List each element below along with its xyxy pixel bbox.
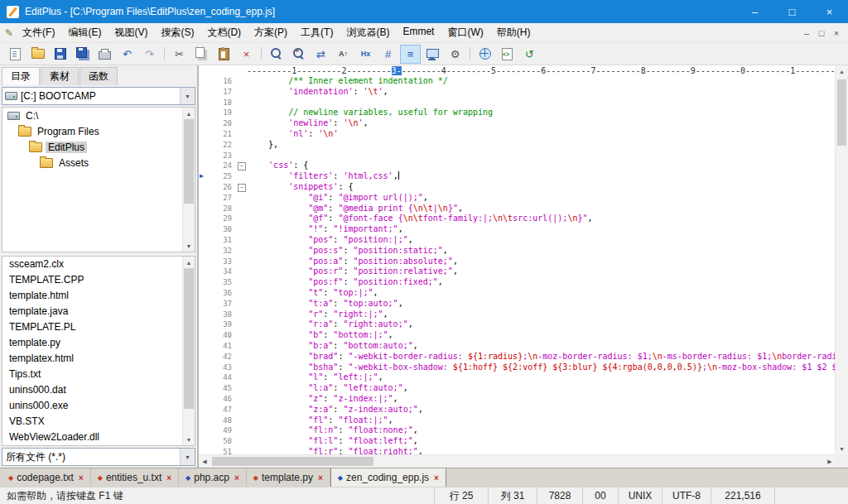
scroll-up-button[interactable]: ▲: [836, 65, 848, 78]
new-file-button[interactable]: [5, 45, 26, 64]
file-item[interactable]: zen_coding_epp.js: [2, 445, 195, 446]
menu-item-browser[interactable]: 浏览器(B): [340, 23, 396, 42]
close-button[interactable]: ×: [811, 0, 848, 23]
code-line[interactable]: 28 "@m": "@media print {\n\t|\n}",: [199, 204, 836, 214]
view-in-browser-button[interactable]: [497, 45, 518, 64]
line-numbers-button[interactable]: #: [378, 45, 398, 64]
code-line[interactable]: 24- 'css': {: [199, 161, 836, 171]
file-filter-select[interactable]: 所有文件 (*.*) ▼: [2, 448, 195, 466]
chevron-down-icon[interactable]: ▼: [180, 88, 195, 104]
doc-tab-codepage-txt[interactable]: ◆codepage.txt×: [2, 468, 91, 487]
scrollbar-track[interactable]: [183, 268, 195, 434]
tree-item[interactable]: Program Files: [2, 123, 195, 139]
code-line[interactable]: 33 "pos:a": "position:absolute;",: [199, 257, 836, 267]
code-line[interactable]: 41 "b:a": "bottom:auto;",: [199, 341, 836, 352]
tree-item[interactable]: Assets: [2, 155, 195, 170]
code-line[interactable]: 26- 'snippets': {: [199, 182, 836, 193]
menu-item-file[interactable]: 文件(F): [16, 23, 61, 42]
file-item[interactable]: ssceam2.clx: [2, 257, 195, 272]
search-options-button[interactable]: ⇄: [311, 45, 331, 64]
code-line[interactable]: 31 "pos": "position:|;",: [199, 235, 836, 246]
menu-item-emmet[interactable]: Emmet: [396, 23, 441, 42]
code-line[interactable]: 43 "bsha": "-webkit-box-shadow: ${1:hoff…: [199, 362, 836, 373]
tree-item[interactable]: EditPlus: [2, 139, 195, 155]
find-button[interactable]: [266, 45, 287, 64]
code-line[interactable]: 30 "!": "!important;",: [199, 224, 836, 235]
tab-close-icon[interactable]: ×: [79, 473, 84, 482]
scrollbar-track[interactable]: [836, 78, 848, 443]
file-item[interactable]: Tips.txt: [2, 367, 195, 382]
code-line[interactable]: 48 "fl": "float:|;",: [199, 415, 836, 426]
drive-selector[interactable]: [C:] BOOTCAMP ▼: [2, 87, 195, 105]
file-item[interactable]: TEMPLATE.PL: [2, 319, 195, 335]
scroll-down-button[interactable]: ▼: [183, 434, 195, 445]
menu-item-tools[interactable]: 工具(T): [294, 23, 340, 42]
menu-item-document[interactable]: 文档(D): [200, 23, 248, 42]
copy-button[interactable]: [191, 45, 212, 64]
sidebar-tab-directory[interactable]: 目录: [2, 67, 40, 85]
code-line[interactable]: 35 "pos:f": "position:fixed;",: [199, 277, 836, 288]
scrollbar-thumb[interactable]: [184, 119, 194, 204]
print-button[interactable]: [94, 45, 115, 64]
tab-close-icon[interactable]: ×: [434, 473, 439, 482]
mdi-restore-button[interactable]: □: [814, 28, 829, 38]
code-line[interactable]: 16 /** Inner element indentation */: [199, 76, 836, 87]
scrollbar-track[interactable]: [183, 119, 195, 240]
scroll-left-button[interactable]: ◀: [199, 455, 210, 468]
scroll-up-button[interactable]: ▲: [183, 257, 195, 268]
code-line[interactable]: 19 // newline variables, useful for wrap…: [199, 108, 836, 118]
scroll-right-button[interactable]: ▶: [824, 455, 836, 468]
doc-tab-template-py[interactable]: ◆template.py×: [247, 468, 330, 487]
file-item[interactable]: TEMPLATE.CPP: [2, 272, 195, 288]
tab-close-icon[interactable]: ×: [166, 473, 171, 482]
tab-close-icon[interactable]: ×: [234, 473, 239, 482]
code-line[interactable]: 46 "z": "z-index:|;",: [199, 394, 836, 405]
scrollbar-thumb[interactable]: [837, 79, 846, 146]
cut-button[interactable]: ✂: [169, 45, 190, 64]
doc-tab-zen-coding-epp-js[interactable]: ◆zen_coding_epp.js×: [330, 468, 446, 487]
code-line[interactable]: 27 "@i": "@import url(|);",: [199, 193, 836, 204]
code-line[interactable]: 22 },: [199, 140, 836, 151]
save-all-button[interactable]: [72, 45, 93, 64]
full-screen-button[interactable]: [422, 45, 443, 64]
maximize-button[interactable]: □: [773, 0, 811, 23]
refresh-browser-button[interactable]: ↺: [519, 45, 540, 64]
scrollbar-thumb[interactable]: [212, 457, 373, 466]
file-item[interactable]: unins000.exe: [2, 398, 195, 414]
delete-button[interactable]: ×: [236, 45, 257, 64]
code-view[interactable]: 16 /** Inner element indentation */17 'i…: [199, 76, 836, 455]
code-line[interactable]: ▶25 'filters': 'html,css',: [199, 171, 836, 182]
browser-view-button[interactable]: [475, 45, 495, 64]
code-line[interactable]: 17 'indentation': '\t',: [199, 87, 836, 98]
save-button[interactable]: [50, 45, 70, 64]
redo-button[interactable]: ↷: [139, 45, 160, 64]
word-wrap-button[interactable]: ≡: [400, 45, 421, 64]
sidebar-tab-cliptext[interactable]: 素材: [41, 67, 79, 85]
file-item[interactable]: template.html: [2, 288, 195, 304]
scrollbar-thumb[interactable]: [184, 268, 194, 409]
file-item[interactable]: VB.STX: [2, 414, 195, 430]
file-item[interactable]: template.py: [2, 335, 195, 351]
code-line[interactable]: 37 "t:a": "top:auto;",: [199, 299, 836, 310]
editor-vertical-scrollbar[interactable]: ▲ ▼: [835, 65, 848, 455]
code-line[interactable]: 29 "@f": "@font-face {\n\tfont-family:|;…: [199, 214, 836, 224]
code-line[interactable]: 34 "pos:r": "position:relative;",: [199, 266, 836, 277]
menu-item-view[interactable]: 视图(V): [108, 23, 154, 42]
file-item[interactable]: unins000.dat: [2, 382, 195, 398]
editor-horizontal-scrollbar[interactable]: ◀ ▶: [199, 454, 836, 468]
code-line[interactable]: 39 "r:a": "right:auto;",: [199, 319, 836, 330]
editor-body[interactable]: ---------1---------2---------3---------4…: [199, 65, 836, 455]
scroll-up-button[interactable]: ▲: [183, 108, 195, 119]
code-line[interactable]: 18: [199, 98, 836, 108]
replace-button[interactable]: [288, 45, 309, 64]
scroll-down-button[interactable]: ▼: [836, 443, 848, 455]
menu-item-search[interactable]: 搜索(S): [154, 23, 200, 42]
file-list-scrollbar[interactable]: ▲ ▼: [182, 257, 195, 445]
file-item[interactable]: templatex.html: [2, 351, 195, 367]
code-line[interactable]: 45 "l:a": "left:auto;",: [199, 383, 836, 394]
file-item[interactable]: WebView2Loader.dll: [2, 430, 195, 445]
sidebar-tab-functions[interactable]: 函数: [80, 67, 118, 85]
chevron-down-icon[interactable]: ▼: [180, 449, 195, 465]
code-line[interactable]: 47 "z:a": "z-index:auto;",: [199, 405, 836, 415]
scrollbar-track[interactable]: [210, 455, 824, 468]
